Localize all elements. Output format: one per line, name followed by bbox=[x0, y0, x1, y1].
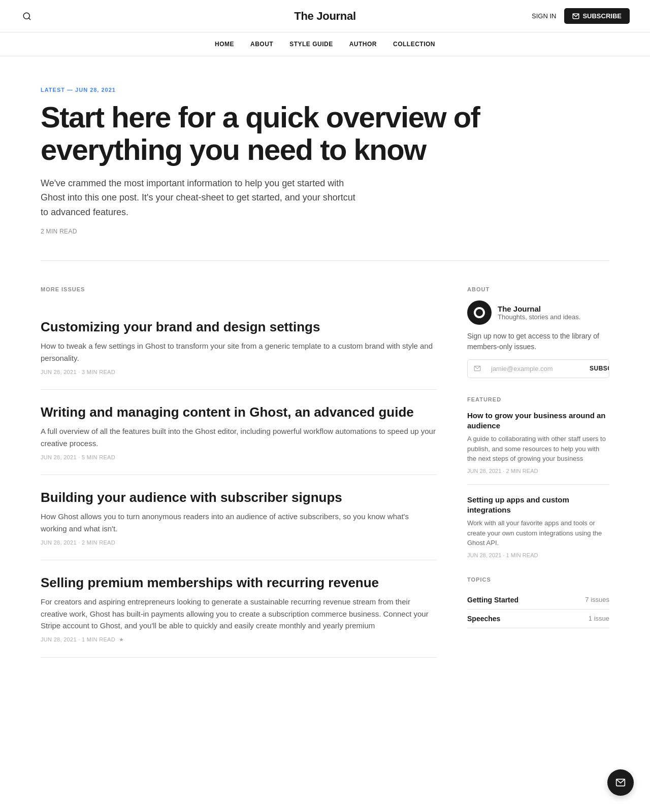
about-text: Sign up now to get access to the library… bbox=[467, 331, 609, 352]
featured-date: JUN 28, 2021 bbox=[467, 552, 501, 558]
subscribe-form: SUBSCRIBE bbox=[467, 359, 609, 378]
separator: · bbox=[78, 454, 82, 460]
separator: · bbox=[78, 369, 82, 375]
brand-name: The Journal bbox=[498, 304, 580, 313]
article-date: JUN 28, 2021 bbox=[41, 636, 77, 642]
article-excerpt: How Ghost allows you to turn anonymous r… bbox=[41, 511, 437, 534]
about-brand: The Journal Thoughts, stories and ideas. bbox=[467, 300, 609, 325]
header-left bbox=[20, 10, 34, 23]
article-item: Selling premium memberships with recurri… bbox=[41, 560, 437, 658]
topic-item: Getting Started 7 issues bbox=[467, 591, 609, 610]
featured-article-item: Setting up apps and custom integrations … bbox=[467, 495, 609, 558]
article-title[interactable]: Building your audience with subscriber s… bbox=[41, 489, 437, 506]
hero-label: LATEST — JUN 28, 2021 bbox=[41, 87, 609, 93]
nav-item-home[interactable]: HOME bbox=[215, 41, 234, 48]
nav-item-collection[interactable]: COLLECTION bbox=[393, 41, 435, 48]
article-excerpt: For creators and aspiring entrepreneurs … bbox=[41, 596, 437, 631]
sidebar-topics-section: TOPICS Getting Started 7 issues Speeches… bbox=[467, 577, 609, 628]
nav-item-about[interactable]: ABOUT bbox=[250, 41, 273, 48]
email-input[interactable] bbox=[485, 360, 582, 378]
featured-meta: JUN 28, 2021 · 2 MIN READ bbox=[467, 468, 609, 474]
hero-title[interactable]: Start here for a quick overview of every… bbox=[41, 101, 498, 166]
article-read-time: 1 MIN READ bbox=[82, 636, 115, 642]
article-excerpt: How to tweak a few settings in Ghost to … bbox=[41, 340, 437, 364]
search-icon bbox=[22, 12, 31, 21]
article-item: Customizing your brand and design settin… bbox=[41, 304, 437, 390]
main-wrapper: LATEST — JUN 28, 2021 Start here for a q… bbox=[20, 56, 630, 683]
main-col: MORE ISSUES Customizing your brand and d… bbox=[41, 286, 437, 658]
featured-date: JUN 28, 2021 bbox=[467, 468, 501, 474]
article-read-time: 2 MIN READ bbox=[82, 539, 115, 546]
featured-meta: JUN 28, 2021 · 1 MIN READ bbox=[467, 552, 609, 558]
article-item: Building your audience with subscriber s… bbox=[41, 475, 437, 560]
article-excerpt: A full overview of all the features buil… bbox=[41, 425, 437, 449]
article-meta: JUN 28, 2021 · 2 MIN READ bbox=[41, 539, 437, 546]
header: The Journal SIGN IN SUBSCRIBE bbox=[0, 0, 650, 32]
article-item: Writing and managing content in Ghost, a… bbox=[41, 390, 437, 475]
article-title[interactable]: Selling premium memberships with recurri… bbox=[41, 574, 437, 591]
content-area: MORE ISSUES Customizing your brand and d… bbox=[41, 261, 609, 683]
mail-icon bbox=[572, 13, 579, 20]
topic-count: 1 issue bbox=[589, 615, 609, 622]
article-date: JUN 28, 2021 bbox=[41, 369, 77, 375]
article-date: JUN 28, 2021 bbox=[41, 454, 77, 460]
article-title[interactable]: Writing and managing content in Ghost, a… bbox=[41, 404, 437, 421]
more-issues-label: MORE ISSUES bbox=[41, 286, 437, 292]
mail-icon bbox=[468, 360, 485, 378]
separator: · bbox=[78, 539, 82, 546]
topic-name[interactable]: Speeches bbox=[467, 615, 500, 623]
sidebar-about-section: ABOUT The Journal Thoughts, stories and … bbox=[467, 286, 609, 378]
header-center: The Journal bbox=[294, 10, 355, 23]
article-meta: JUN 28, 2021 · 3 MIN READ bbox=[41, 369, 437, 375]
article-date: JUN 28, 2021 bbox=[41, 539, 77, 546]
hero-meta: 2 MIN READ bbox=[41, 228, 609, 235]
search-button[interactable] bbox=[20, 10, 34, 23]
featured-read-time: 1 MIN READ bbox=[506, 552, 538, 558]
about-box: The Journal Thoughts, stories and ideas.… bbox=[467, 300, 609, 378]
subscribe-button[interactable]: SUBSCRIBE bbox=[564, 8, 630, 24]
brand-tagline: Thoughts, stories and ideas. bbox=[498, 313, 580, 321]
subscribe-submit-button[interactable]: SUBSCRIBE bbox=[582, 360, 609, 378]
nav-item-author[interactable]: AUTHOR bbox=[349, 41, 377, 48]
sign-in-link[interactable]: SIGN IN bbox=[532, 12, 556, 20]
site-title: The Journal bbox=[294, 10, 355, 22]
header-right: SIGN IN SUBSCRIBE bbox=[532, 8, 630, 24]
article-read-time: 5 MIN READ bbox=[82, 454, 115, 460]
topic-count: 7 issues bbox=[585, 596, 609, 603]
brand-info: The Journal Thoughts, stories and ideas. bbox=[498, 304, 580, 321]
featured-label: FEATURED bbox=[467, 396, 609, 402]
sidebar-featured-section: FEATURED How to grow your business aroun… bbox=[467, 396, 609, 558]
separator: · bbox=[78, 636, 82, 642]
featured-excerpt: A guide to collaborating with other staf… bbox=[467, 434, 609, 464]
featured-article-item: How to grow your business around an audi… bbox=[467, 411, 609, 485]
nav-item-style-guide[interactable]: STYLE GUIDE bbox=[289, 41, 333, 48]
article-read-time: 3 MIN READ bbox=[82, 369, 115, 375]
featured-title[interactable]: Setting up apps and custom integrations bbox=[467, 495, 609, 516]
topic-name[interactable]: Getting Started bbox=[467, 596, 518, 604]
about-label: ABOUT bbox=[467, 286, 609, 292]
premium-star-icon: ★ bbox=[119, 636, 124, 642]
topic-item: Speeches 1 issue bbox=[467, 610, 609, 628]
sidebar: ABOUT The Journal Thoughts, stories and … bbox=[467, 286, 609, 658]
hero-excerpt: We've crammed the most important informa… bbox=[41, 176, 355, 220]
featured-title[interactable]: How to grow your business around an audi… bbox=[467, 411, 609, 431]
hero-section: LATEST — JUN 28, 2021 Start here for a q… bbox=[41, 56, 609, 261]
article-meta: JUN 28, 2021 · 1 MIN READ ★ bbox=[41, 636, 437, 643]
brand-logo bbox=[467, 300, 492, 325]
featured-read-time: 2 MIN READ bbox=[506, 468, 538, 474]
main-nav: HOME ABOUT STYLE GUIDE AUTHOR COLLECTION bbox=[0, 32, 650, 56]
svg-line-1 bbox=[28, 18, 30, 19]
brand-logo-inner bbox=[474, 307, 485, 318]
article-meta: JUN 28, 2021 · 5 MIN READ bbox=[41, 454, 437, 460]
article-title[interactable]: Customizing your brand and design settin… bbox=[41, 319, 437, 335]
featured-excerpt: Work with all your favorite apps and too… bbox=[467, 518, 609, 548]
topics-label: TOPICS bbox=[467, 577, 609, 583]
